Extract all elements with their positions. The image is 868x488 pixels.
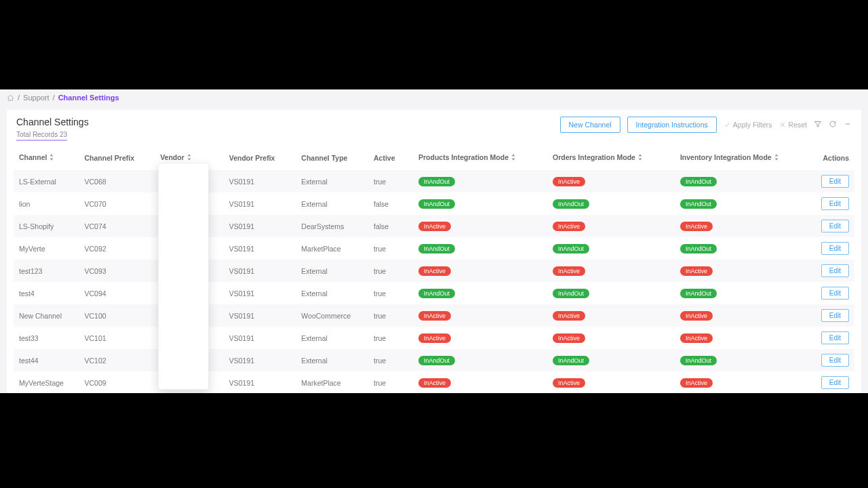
- cell-channel: test33: [14, 327, 79, 349]
- status-pill: InActive: [680, 222, 713, 231]
- breadcrumb: / Support / Channel Settings: [0, 89, 868, 106]
- cell-channel-type: MarketPlace: [296, 237, 368, 260]
- col-products-mode[interactable]: Products Integration Mode: [413, 145, 547, 170]
- cell-products-mode: InAndOut: [413, 237, 547, 260]
- sort-icon: [49, 154, 54, 162]
- vendor-filter-dropdown[interactable]: [158, 163, 209, 390]
- cell-channel-prefix: VC102: [79, 349, 155, 371]
- table-row: New ChannelVC100VS0191WooCommercetrueInA…: [14, 304, 854, 327]
- cell-channel: LS-Shopify: [14, 215, 79, 237]
- cell-active: false: [368, 192, 413, 215]
- cell-channel-type: MarketPlace: [296, 371, 368, 394]
- sort-icon: [774, 154, 779, 162]
- cell-products-mode: InActive: [413, 215, 547, 237]
- cell-channel-type: External: [296, 260, 368, 282]
- check-icon: [724, 121, 730, 128]
- sort-icon: [186, 154, 192, 162]
- cell-channel: test123: [14, 260, 79, 282]
- cell-active: true: [368, 371, 413, 394]
- breadcrumb-support[interactable]: Support: [23, 94, 50, 102]
- record-count: Total Records 23: [16, 131, 67, 141]
- cell-orders-mode: InAndOut: [547, 282, 675, 304]
- status-pill: InAndOut: [418, 244, 455, 253]
- filter-icon[interactable]: [814, 119, 822, 131]
- cell-channel-prefix: VC093: [79, 260, 155, 282]
- status-pill: InAndOut: [553, 244, 589, 253]
- cell-channel-type: WooCommerce: [296, 304, 368, 327]
- table-wrapper: Channel Channel Prefix Vendor Vendor Pre…: [7, 145, 861, 403]
- status-pill: InActive: [680, 311, 713, 321]
- edit-button[interactable]: Edit: [821, 331, 849, 344]
- col-active[interactable]: Active: [368, 145, 413, 170]
- home-icon[interactable]: [7, 94, 14, 102]
- status-pill: InAndOut: [418, 177, 455, 186]
- apply-filters-button[interactable]: Apply Filters: [724, 121, 772, 129]
- collapse-icon[interactable]: [844, 119, 852, 131]
- cell-products-mode: InAndOut: [413, 282, 547, 304]
- table-row: test33VC101VS0191ExternaltrueInActiveInA…: [14, 327, 854, 349]
- table-row: lionVC070VS0191ExternalfalseInAndOutInAn…: [14, 192, 854, 215]
- table-row: test4VC094VS0191ExternaltrueInAndOutInAn…: [14, 282, 854, 304]
- cell-products-mode: InAndOut: [413, 170, 547, 192]
- status-pill: InActive: [680, 333, 713, 343]
- col-channel-prefix[interactable]: Channel Prefix: [79, 145, 155, 170]
- cell-channel-prefix: VC009: [79, 371, 155, 394]
- edit-button[interactable]: Edit: [821, 354, 849, 367]
- reset-label: Reset: [789, 121, 807, 129]
- edit-button[interactable]: Edit: [821, 287, 849, 300]
- cell-vendor-prefix: VS0191: [224, 237, 296, 260]
- status-pill: InActive: [418, 378, 451, 388]
- cell-channel: LS-External: [14, 170, 79, 192]
- table-row: test44VC102VS0191ExternaltrueInAndOutInA…: [14, 349, 854, 371]
- breadcrumb-sep: /: [18, 94, 20, 102]
- edit-button[interactable]: Edit: [821, 264, 849, 277]
- integration-instructions-button[interactable]: Integration Instructions: [627, 117, 717, 133]
- edit-button[interactable]: Edit: [821, 175, 849, 188]
- status-pill: InActive: [418, 222, 451, 231]
- cell-vendor-prefix: VS0191: [224, 304, 296, 327]
- edit-button[interactable]: Edit: [821, 376, 849, 389]
- cell-actions: Edit: [809, 215, 854, 237]
- cell-channel-type: External: [296, 170, 368, 192]
- col-orders-mode[interactable]: Orders Integration Mode: [547, 145, 675, 170]
- status-pill: InActive: [553, 222, 585, 231]
- cell-inventory-mode: InActive: [675, 371, 809, 394]
- status-pill: InAndOut: [680, 244, 717, 253]
- cell-actions: Edit: [809, 282, 854, 304]
- col-inventory-mode[interactable]: Inventory Integration Mode: [675, 145, 809, 170]
- cell-products-mode: InAndOut: [413, 349, 547, 371]
- status-pill: InActive: [553, 266, 585, 276]
- cell-inventory-mode: InAndOut: [675, 282, 809, 304]
- status-pill: InActive: [418, 266, 451, 276]
- col-channel-type[interactable]: Channel Type: [296, 145, 368, 170]
- cell-inventory-mode: InActive: [675, 327, 809, 349]
- letterbox-top: [0, 0, 868, 89]
- status-pill: InActive: [553, 378, 585, 388]
- cell-vendor-prefix: VS0191: [224, 327, 296, 349]
- cell-orders-mode: InActive: [547, 327, 675, 349]
- col-channel[interactable]: Channel: [14, 145, 79, 170]
- cell-channel: test4: [14, 282, 79, 304]
- cell-vendor-prefix: VS0191: [224, 371, 296, 394]
- edit-button[interactable]: Edit: [821, 197, 849, 210]
- status-pill: InActive: [680, 378, 713, 388]
- cell-channel-prefix: VC101: [79, 327, 155, 349]
- status-pill: InAndOut: [680, 199, 717, 209]
- main-panel: Channel Settings Total Records 23 New Ch…: [7, 110, 861, 403]
- edit-button[interactable]: Edit: [821, 309, 849, 322]
- cell-channel: lion: [14, 192, 79, 215]
- edit-button[interactable]: Edit: [821, 220, 849, 232]
- edit-button[interactable]: Edit: [821, 242, 849, 255]
- reset-button[interactable]: Reset: [779, 121, 807, 129]
- cell-active: true: [368, 282, 413, 304]
- cell-channel-type: External: [296, 282, 368, 304]
- refresh-icon[interactable]: [829, 119, 837, 131]
- cell-channel-prefix: VC092: [79, 237, 155, 260]
- cell-products-mode: InActive: [413, 260, 547, 282]
- new-channel-button[interactable]: New Channel: [560, 117, 620, 133]
- status-pill: InAndOut: [553, 289, 589, 298]
- cell-vendor-prefix: VS0191: [224, 192, 296, 215]
- cell-channel-prefix: VC094: [79, 282, 155, 304]
- col-vendor-prefix[interactable]: Vendor Prefix: [224, 145, 296, 170]
- status-pill: InActive: [680, 266, 713, 276]
